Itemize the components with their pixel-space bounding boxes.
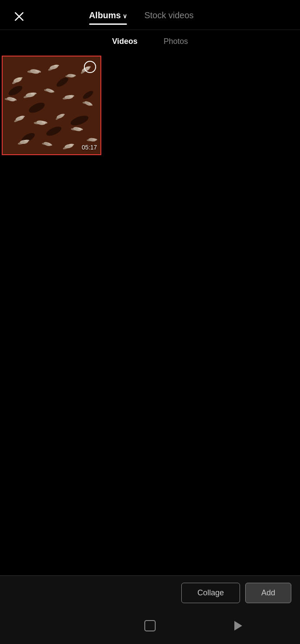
content-area: 05:17 xyxy=(0,52,300,159)
header-tabs: Albums ∨ Stock videos xyxy=(10,10,272,23)
bottom-bar: Collage Add xyxy=(0,575,300,644)
sub-tabs: Videos Photos xyxy=(0,30,300,52)
svg-point-15 xyxy=(27,70,35,73)
sub-tab-videos-label: Videos xyxy=(112,37,138,46)
home-icon xyxy=(144,620,156,631)
nav-home-button[interactable] xyxy=(140,616,160,635)
nav-bar xyxy=(0,610,300,644)
video-item[interactable]: 05:17 xyxy=(2,56,101,155)
tab-albums-label: Albums xyxy=(89,10,121,20)
sub-tab-videos[interactable]: Videos xyxy=(112,37,138,48)
video-duration: 05:17 xyxy=(82,144,97,151)
tab-albums[interactable]: Albums ∨ xyxy=(89,10,127,23)
video-thumbnail: 05:17 xyxy=(3,56,100,154)
selection-indicator xyxy=(84,61,96,73)
nav-recent-apps-button[interactable] xyxy=(52,616,71,635)
collage-button[interactable]: Collage xyxy=(181,583,240,603)
tab-stock-videos[interactable]: Stock videos xyxy=(144,10,193,23)
sub-tab-photos-label: Photos xyxy=(163,37,188,46)
nav-back-button[interactable] xyxy=(229,616,248,635)
tab-stock-videos-label: Stock videos xyxy=(144,10,193,20)
add-button[interactable]: Add xyxy=(245,583,291,603)
back-icon xyxy=(234,621,242,631)
action-buttons: Collage Add xyxy=(0,575,300,610)
header: Albums ∨ Stock videos xyxy=(0,0,300,30)
svg-point-37 xyxy=(69,95,74,97)
sub-tab-photos[interactable]: Photos xyxy=(163,37,188,48)
dropdown-arrow-icon: ∨ xyxy=(123,13,127,20)
